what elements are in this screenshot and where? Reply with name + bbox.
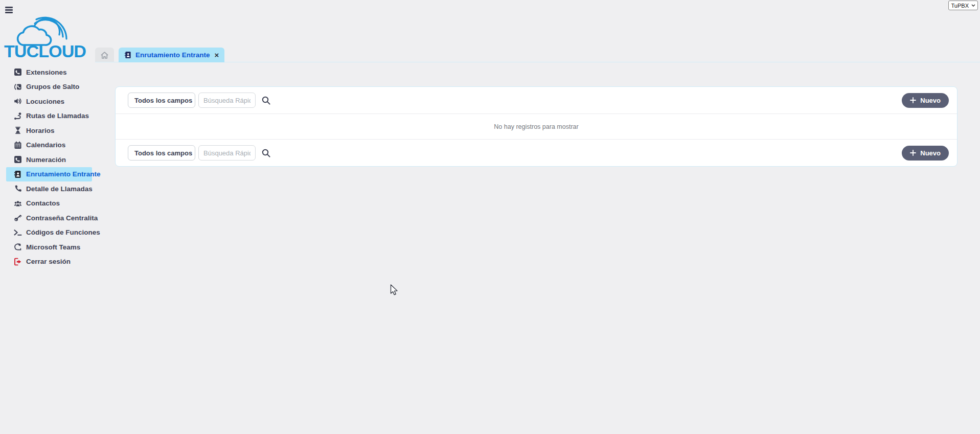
new-button-label: Nuevo [920, 97, 941, 104]
calendar-icon [14, 141, 22, 149]
sidebar-item-label: Contraseña Centralita [26, 214, 98, 222]
sidebar-item-label: Horarios [26, 127, 55, 134]
route-icon [14, 112, 22, 120]
teams-icon [14, 243, 22, 251]
phone-group-icon [14, 83, 22, 91]
tenant-select-value: TuPBX [951, 3, 969, 9]
sidebar-item-contrasena-centralita[interactable]: Contraseña Centralita [6, 211, 92, 225]
sidebar-item-detalle-de-llamadas[interactable]: Detalle de Llamadas [6, 181, 92, 196]
sidebar-item-label: Locuciones [26, 98, 64, 105]
sidebar-item-codigos-de-funciones[interactable]: Códigos de Funciones [6, 225, 92, 240]
chevron-down-icon [971, 4, 975, 7]
tab-enrutamiento-entrante[interactable]: Enrutamiento Entrante × [119, 48, 224, 62]
sidebar-item-enrutamiento-entrante[interactable]: Enrutamiento Entrante [6, 167, 92, 182]
records-area: No hay registros para mostrar [116, 114, 957, 139]
field-filter-select[interactable]: Todos los campos [128, 93, 195, 108]
toolbar-top: Todos los campos Nuevo [116, 87, 957, 114]
home-icon [100, 51, 109, 59]
sidebar-item-label: Códigos de Funciones [26, 229, 100, 236]
tabbar-divider [95, 62, 980, 62]
tenant-select[interactable]: TuPBX [948, 1, 978, 10]
plus-icon [910, 97, 916, 103]
mouse-cursor [390, 284, 400, 299]
new-button[interactable]: Nuevo [902, 93, 949, 108]
users-icon [14, 199, 22, 208]
sidebar: Extensiones Grupos de Salto Locuciones [0, 65, 108, 269]
empty-message: No hay registros para mostrar [494, 123, 578, 130]
sidebar-item-label: Contactos [26, 199, 60, 207]
tab-label: Enrutamiento Entrante [135, 51, 210, 59]
sidebar-item-grupos-de-salto[interactable]: Grupos de Salto [6, 80, 92, 95]
hourglass-icon [14, 126, 22, 134]
brand-logo: TUCLOUD [2, 12, 90, 60]
address-book-icon [14, 170, 22, 178]
terminal-icon [14, 229, 22, 237]
brand-wordmark: TUCLOUD [4, 42, 86, 60]
sidebar-item-label: Detalle de Llamadas [26, 185, 93, 193]
quick-search-input[interactable] [198, 145, 256, 161]
field-filter-value: Todos los campos [134, 149, 192, 157]
sidebar-item-microsoft-teams[interactable]: Microsoft Teams [6, 240, 92, 255]
sidebar-item-calendarios[interactable]: Calendarios [6, 138, 92, 153]
tab-close-icon[interactable]: × [215, 51, 219, 59]
sidebar-item-rutas-de-llamadas[interactable]: Rutas de Llamadas [6, 109, 92, 124]
sidebar-item-label: Rutas de Llamadas [26, 112, 89, 120]
inbound-routing-panel: Todos los campos Nuevo No hay regis [115, 86, 958, 167]
phone-square-icon [14, 155, 22, 164]
sidebar-item-label: Grupos de Salto [26, 83, 79, 90]
sign-out-icon [14, 258, 22, 266]
plus-icon [910, 150, 916, 156]
phone-square-icon [14, 68, 22, 76]
volume-icon [14, 97, 22, 105]
sidebar-item-label: Cerrar sesión [26, 258, 71, 265]
sidebar-item-numeracion[interactable]: Numeración [6, 152, 92, 167]
quick-search-input[interactable] [198, 93, 256, 108]
sidebar-item-label: Microsoft Teams [26, 243, 80, 251]
sidebar-item-label: Extensiones [26, 68, 67, 76]
search-icon[interactable] [260, 147, 271, 158]
field-filter-select[interactable]: Todos los campos [128, 145, 195, 161]
sidebar-item-label: Calendarios [26, 141, 65, 149]
new-button-label: Nuevo [920, 149, 941, 157]
app-window: TUCLOUD TuPBX Enrutamiento Entrante × [0, 0, 980, 434]
tab-home[interactable] [95, 48, 114, 62]
address-book-icon [124, 51, 132, 59]
field-filter-value: Todos los campos [134, 97, 192, 104]
new-button[interactable]: Nuevo [902, 146, 949, 161]
sidebar-item-cerrar-sesion[interactable]: Cerrar sesión [6, 255, 92, 269]
sidebar-item-label: Enrutamiento Entrante [26, 170, 101, 178]
sidebar-item-contactos[interactable]: Contactos [6, 196, 92, 211]
sidebar-item-horarios[interactable]: Horarios [6, 123, 92, 138]
phone-icon [14, 185, 22, 193]
search-icon[interactable] [260, 95, 271, 106]
sidebar-item-label: Numeración [26, 156, 66, 164]
key-icon [14, 214, 22, 222]
sidebar-item-locuciones[interactable]: Locuciones [6, 94, 92, 109]
sidebar-item-extensiones[interactable]: Extensiones [6, 65, 92, 80]
toolbar-bottom: Todos los campos Nuevo [116, 139, 957, 166]
